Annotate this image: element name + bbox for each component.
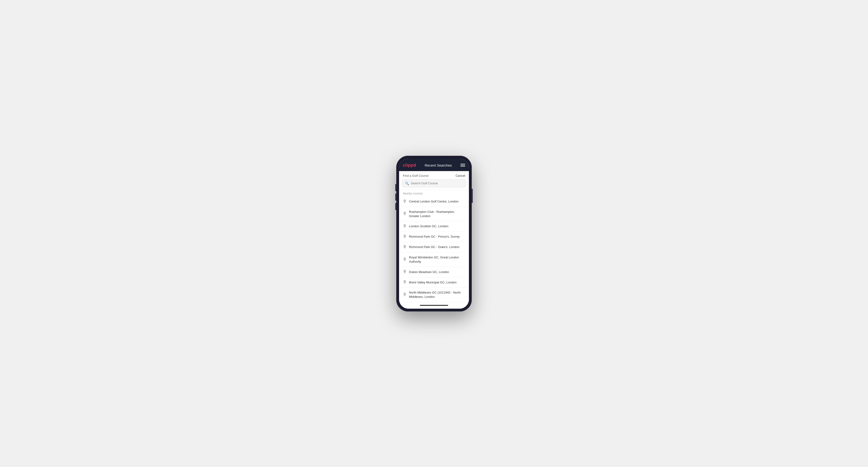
list-item[interactable]: Richmond Park GC - Prince's, Surrey <box>399 232 469 242</box>
search-box[interactable]: 🔍 <box>402 179 466 187</box>
course-name: Richmond Park GC - Prince's, Surrey <box>409 235 460 239</box>
search-icon: 🔍 <box>405 182 409 185</box>
app-logo: clippd <box>403 163 416 168</box>
menu-icon-line3 <box>460 166 465 166</box>
list-item[interactable]: Brent Valley Municipal GC, London <box>399 277 469 288</box>
list-item[interactable]: Royal Wimbledon GC, Great London Authori… <box>399 252 469 267</box>
list-item[interactable]: Roehampton Club - Roehampton, Greater Lo… <box>399 207 469 221</box>
phone-device: clippd Recent Searches Find a Golf Cours… <box>396 156 472 311</box>
location-pin-icon <box>403 199 407 204</box>
home-indicator <box>399 303 469 309</box>
course-name: Richmond Park GC - Duke's, London <box>409 245 459 249</box>
location-pin-icon <box>403 245 407 249</box>
search-input[interactable] <box>411 182 463 185</box>
location-pin-icon <box>403 292 407 297</box>
list-item[interactable]: London Scottish GC, London <box>399 221 469 232</box>
course-name: North Middlesex GC (1011942 - North Midd… <box>409 290 465 299</box>
phone-screen: clippd Recent Searches Find a Golf Cours… <box>399 159 469 309</box>
list-item[interactable]: North Middlesex GC (1011942 - North Midd… <box>399 288 469 302</box>
course-name: Central London Golf Centre, London <box>409 199 459 204</box>
nearby-section-label: Nearby courses <box>399 190 469 196</box>
location-pin-icon <box>403 280 407 285</box>
location-pin-icon <box>403 270 407 274</box>
power-button <box>472 189 473 203</box>
course-name: Royal Wimbledon GC, Great London Authori… <box>409 255 465 264</box>
location-pin-icon <box>403 235 407 239</box>
menu-icon-line2 <box>460 165 465 165</box>
location-pin-icon <box>403 257 407 262</box>
main-content: Find a Golf Course Cancel 🔍 Nearby cours… <box>399 171 469 309</box>
location-pin-icon <box>403 212 407 216</box>
page-title: Recent Searches <box>425 163 452 167</box>
list-item[interactable]: Richmond Park GC - Duke's, London <box>399 242 469 252</box>
search-container: 🔍 <box>399 179 469 190</box>
menu-button[interactable] <box>460 164 465 166</box>
location-pin-icon <box>403 224 407 229</box>
home-bar <box>420 305 448 306</box>
course-name: Roehampton Club - Roehampton, Greater Lo… <box>409 210 465 218</box>
courses-list: Central London Golf Centre, London Roeha… <box>399 196 469 303</box>
menu-icon-line1 <box>460 164 465 164</box>
course-name: London Scottish GC, London <box>409 224 448 228</box>
find-label: Find a Golf Course <box>403 174 429 178</box>
course-name: Dukes Meadows GC, London <box>409 270 449 274</box>
list-item[interactable]: Dukes Meadows GC, London <box>399 267 469 277</box>
find-bar: Find a Golf Course Cancel <box>399 171 469 179</box>
cancel-button[interactable]: Cancel <box>456 174 465 178</box>
list-item[interactable]: Central London Golf Centre, London <box>399 196 469 207</box>
course-name: Brent Valley Municipal GC, London <box>409 280 457 285</box>
volume-buttons <box>395 184 396 212</box>
app-header: clippd Recent Searches <box>399 159 469 171</box>
